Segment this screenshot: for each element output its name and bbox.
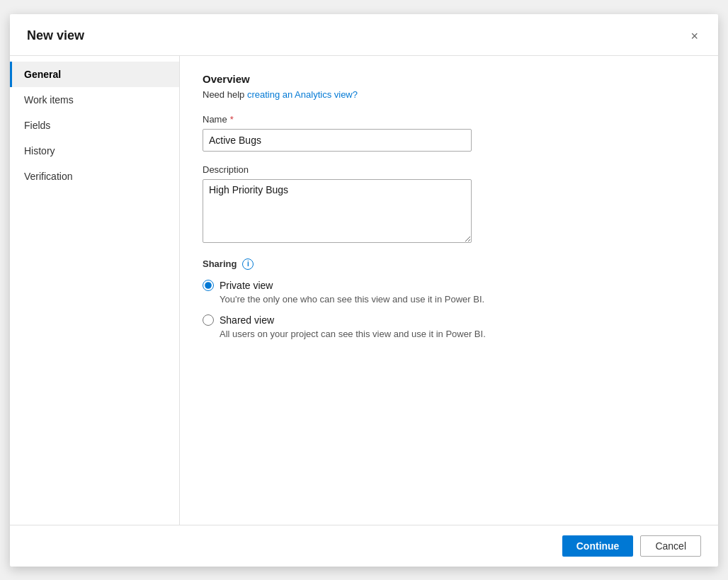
private-radio[interactable] [203, 280, 214, 291]
dialog-body: General Work items Fields History Verifi… [10, 56, 718, 525]
sidebar-item-verification[interactable]: Verification [10, 164, 179, 189]
shared-view-label[interactable]: Shared view [220, 314, 274, 326]
name-input[interactable] [203, 129, 472, 152]
sidebar-item-verification-label: Verification [24, 171, 72, 182]
main-content: Overview Need help creating an Analytics… [180, 56, 718, 525]
dialog-title: New view [27, 28, 84, 43]
sidebar-item-general[interactable]: General [10, 62, 179, 87]
sharing-group: Sharing i Private view You're the only o… [203, 258, 695, 339]
name-label: Name * [203, 114, 695, 125]
private-view-label[interactable]: Private view [220, 280, 273, 291]
description-input[interactable]: High Priority Bugs [203, 179, 472, 243]
cancel-button[interactable]: Cancel [640, 535, 701, 557]
close-button[interactable]: × [688, 27, 701, 45]
shared-view-option: Shared view All users on your project ca… [203, 314, 695, 339]
sidebar-item-history-label: History [24, 145, 55, 157]
continue-button[interactable]: Continue [562, 535, 634, 557]
sharing-title: Sharing [203, 258, 237, 269]
sidebar-item-history[interactable]: History [10, 138, 179, 164]
shared-view-row: Shared view [203, 314, 695, 326]
required-star: * [230, 114, 234, 125]
shared-view-desc: All users on your project can see this v… [220, 329, 695, 339]
help-link[interactable]: creating an Analytics view? [247, 89, 358, 100]
help-prefix: Need help [203, 89, 247, 100]
section-title: Overview [203, 73, 695, 85]
name-field-group: Name * [203, 114, 695, 152]
description-field-group: Description High Priority Bugs [203, 164, 695, 246]
sharing-label-row: Sharing i [203, 258, 695, 270]
dialog-header: New view × [10, 14, 718, 56]
private-view-desc: You're the only one who can see this vie… [220, 294, 695, 305]
info-icon[interactable]: i [242, 258, 254, 270]
sidebar-item-fields-label: Fields [24, 120, 50, 131]
private-view-option: Private view You're the only one who can… [203, 280, 695, 305]
help-text: Need help creating an Analytics view? [203, 89, 695, 100]
sidebar-item-work-items-label: Work items [24, 94, 74, 106]
sidebar-item-work-items[interactable]: Work items [10, 87, 179, 113]
sidebar-item-general-label: General [24, 69, 61, 80]
dialog-footer: Continue Cancel [10, 525, 718, 567]
new-view-dialog: New view × General Work items Fields His… [10, 14, 718, 567]
sidebar-item-fields[interactable]: Fields [10, 113, 179, 138]
private-view-row: Private view [203, 280, 695, 291]
description-label: Description [203, 164, 695, 175]
sidebar: General Work items Fields History Verifi… [10, 56, 180, 525]
shared-radio[interactable] [203, 314, 214, 326]
